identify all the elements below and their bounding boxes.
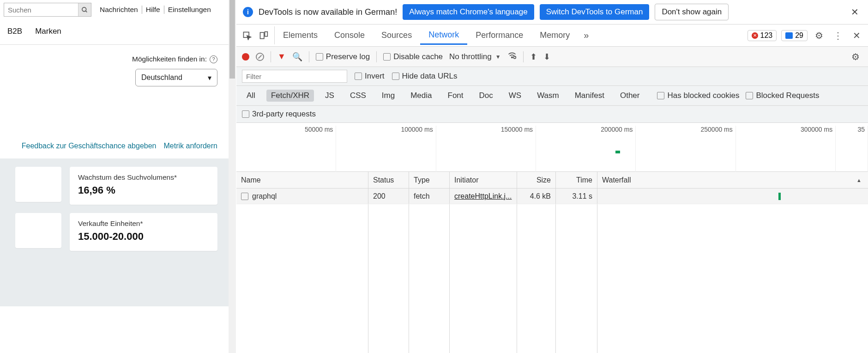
network-settings-icon[interactable]: ⚙ <box>849 51 862 62</box>
col-type[interactable]: Type <box>409 172 450 188</box>
network-conditions-icon[interactable] <box>507 51 517 62</box>
feedback-link[interactable]: Feedback zur Geschäftschance abgeben <box>22 142 157 150</box>
col-status[interactable]: Status <box>368 172 409 188</box>
link-nachrichten[interactable]: Nachrichten <box>96 6 142 14</box>
col-waterfall[interactable]: Waterfall▲ <box>597 172 868 188</box>
tab-memory[interactable]: Memory <box>531 26 578 44</box>
disable-cache-checkbox[interactable]: Disable cache <box>383 52 443 61</box>
filter-input[interactable] <box>242 70 347 83</box>
svg-line-1 <box>85 11 87 12</box>
row-checkbox[interactable] <box>241 193 248 200</box>
hide-dataurls-checkbox[interactable]: Hide data URLs <box>392 72 458 81</box>
blocked-requests-checkbox[interactable]: Blocked Requests <box>746 91 819 100</box>
type-js[interactable]: JS <box>320 90 339 102</box>
download-icon[interactable]: ⬇ <box>543 52 550 62</box>
opts-label: Möglichkeiten finden in: ? <box>132 55 217 63</box>
country-dropdown[interactable]: Deutschland ▾ <box>135 69 217 86</box>
card-stub <box>15 167 61 202</box>
chevron-down-icon: ▾ <box>208 73 211 82</box>
scrollbar[interactable] <box>229 0 236 353</box>
filter-icon[interactable]: ▼ <box>277 52 286 61</box>
search-button[interactable] <box>78 3 91 16</box>
nav-marken[interactable]: Marken <box>35 27 61 36</box>
scroll-thumb[interactable] <box>229 0 235 79</box>
svg-rect-5 <box>265 31 268 36</box>
thirdparty-row: 3rd-party requests <box>236 106 868 123</box>
inspect-icon[interactable] <box>241 30 253 42</box>
table-row[interactable]: graphql 200 fetch createHttpLink.j... 4.… <box>236 189 868 204</box>
topbar-links: Nachrichten Hilfe Einstellungen <box>96 6 215 14</box>
clear-icon[interactable] <box>256 53 264 61</box>
type-other[interactable]: Other <box>615 90 645 102</box>
type-fetch-xhr[interactable]: Fetch/XHR <box>266 90 314 102</box>
info-icon: i <box>243 7 253 17</box>
match-language-button[interactable]: Always match Chrome's language <box>403 4 534 20</box>
devtools: i DevTools is now available in German! A… <box>236 0 868 353</box>
svg-point-0 <box>82 7 86 11</box>
upload-icon[interactable]: ⬆ <box>530 52 537 62</box>
tab-performance[interactable]: Performance <box>467 26 531 44</box>
message-count[interactable]: 29 <box>781 30 808 41</box>
type-ws[interactable]: WS <box>504 90 526 102</box>
tl-tick: 250000 ms <box>636 126 735 172</box>
error-count[interactable]: ✕ 123 <box>747 30 777 41</box>
nav-b2b[interactable]: B2B <box>7 27 22 36</box>
tab-sources[interactable]: Sources <box>373 26 420 44</box>
type-wasm[interactable]: Wasm <box>532 90 564 102</box>
col-initiator[interactable]: Initiator <box>450 172 517 188</box>
tl-tick: 50000 ms <box>236 126 336 172</box>
dont-show-button[interactable]: Don't show again <box>655 4 729 20</box>
type-font[interactable]: Font <box>443 90 468 102</box>
more-tabs-icon[interactable]: » <box>578 30 594 41</box>
type-media[interactable]: Media <box>406 90 436 102</box>
sort-asc-icon: ▲ <box>856 177 862 183</box>
close-devtools-icon[interactable]: ✕ <box>850 30 863 41</box>
kebab-icon[interactable]: ⋮ <box>831 30 845 41</box>
search-icon[interactable]: 🔍 <box>292 52 302 62</box>
card-value: 15.000-20.000 <box>78 231 209 243</box>
opts-block: Möglichkeiten finden in: ? Deutschland ▾ <box>0 45 229 86</box>
tl-tick: 150000 ms <box>436 126 536 172</box>
message-icon <box>785 32 793 39</box>
tab-network[interactable]: Network <box>420 27 467 45</box>
initiator-link[interactable]: createHttpLink.j... <box>454 192 512 201</box>
close-icon[interactable]: ✕ <box>848 6 862 18</box>
col-size[interactable]: Size <box>517 172 556 188</box>
link-einstellungen[interactable]: Einstellungen <box>164 6 215 14</box>
timeline-marker <box>615 151 620 153</box>
type-manifest[interactable]: Manifest <box>570 90 609 102</box>
preserve-log-checkbox[interactable]: Preserve log <box>316 52 370 61</box>
waterfall-bar <box>778 193 781 200</box>
action-links: Feedback zur Geschäftschance abgeben Met… <box>0 86 229 158</box>
invert-checkbox[interactable]: Invert <box>355 72 385 81</box>
timeline[interactable]: 50000 ms 100000 ms 150000 ms 200000 ms 2… <box>236 123 868 172</box>
card-title: Verkaufte Einheiten* <box>78 219 209 228</box>
blocked-cookies-checkbox[interactable]: Has blocked cookies <box>657 91 739 100</box>
tab-elements[interactable]: Elements <box>275 26 326 44</box>
type-all[interactable]: All <box>242 90 260 102</box>
country-value: Deutschland <box>141 73 182 82</box>
throttling-select[interactable]: No throttling▼ <box>449 52 501 61</box>
network-body-empty <box>236 204 868 353</box>
col-name[interactable]: Name <box>236 172 368 188</box>
tab-console[interactable]: Console <box>326 26 373 44</box>
card-search-growth: Wachstum des Suchvolumens* 16,96 % <box>70 167 217 205</box>
link-hilfe[interactable]: Hilfe <box>142 6 164 14</box>
tl-tick: 300000 ms <box>736 126 836 172</box>
col-time[interactable]: Time <box>556 172 597 188</box>
infobar-text: DevTools is now available in German! <box>259 7 397 17</box>
switch-german-button[interactable]: Switch DevTools to German <box>540 4 650 20</box>
network-table-header: Name Status Type Initiator Size Time Wat… <box>236 172 868 189</box>
app-left-pane: Nachrichten Hilfe Einstellungen B2B Mark… <box>0 0 229 353</box>
devtools-tabs: Elements Console Sources Network Perform… <box>236 24 868 47</box>
metric-link[interactable]: Metrik anfordern <box>164 142 218 150</box>
gear-icon[interactable]: ⚙ <box>812 30 826 41</box>
search-input[interactable] <box>4 3 78 16</box>
help-icon[interactable]: ? <box>210 55 217 63</box>
device-icon[interactable] <box>258 30 270 42</box>
type-doc[interactable]: Doc <box>475 90 498 102</box>
type-css[interactable]: CSS <box>345 90 371 102</box>
thirdparty-checkbox[interactable]: 3rd-party requests <box>242 110 862 119</box>
type-img[interactable]: Img <box>377 90 399 102</box>
record-icon[interactable] <box>242 53 249 61</box>
